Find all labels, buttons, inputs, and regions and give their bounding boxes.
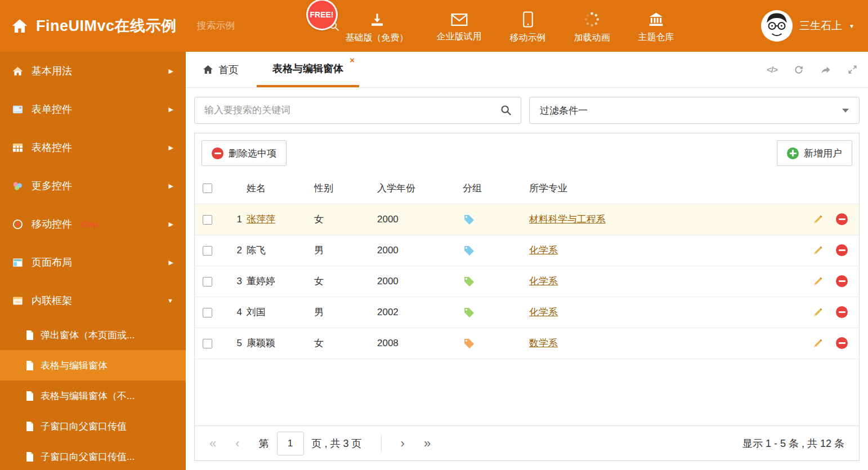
content-area: 首页 表格与编辑窗体 × </> — [186, 52, 868, 470]
delete-button[interactable] — [836, 244, 848, 256]
sidebar-item-form-controls[interactable]: 表单控件 ▶ — [0, 90, 186, 128]
delete-button[interactable] — [836, 275, 848, 287]
edit-button[interactable] — [812, 307, 824, 318]
gender-cell: 男 — [314, 235, 377, 266]
add-user-button[interactable]: 新增用户 — [777, 140, 852, 166]
mobile-icon — [522, 11, 534, 28]
page-number-input[interactable] — [277, 432, 304, 455]
row-checkbox[interactable] — [203, 308, 212, 317]
major-link[interactable]: 材料科学与工程系 — [529, 214, 606, 225]
signal-icon — [12, 219, 23, 230]
delete-button[interactable] — [836, 337, 848, 349]
nav-item-enterprise-trial[interactable]: 企业版试用 — [437, 0, 482, 52]
sidebar-subitem-child-to-parent[interactable]: 子窗口向父窗口传值 — [0, 411, 186, 441]
sidebar-subitem-grid-edit-window[interactable]: 表格与编辑窗体 — [0, 350, 186, 381]
delete-button[interactable] — [836, 213, 848, 225]
next-page-icon[interactable]: › — [401, 436, 405, 451]
row-checkbox[interactable] — [203, 246, 212, 256]
major-link[interactable]: 化学系 — [529, 276, 558, 287]
sidebar-item-inline-frame[interactable]: 内联框架 ▼ — [0, 281, 186, 320]
year-cell: 2002 — [377, 297, 463, 328]
major-link[interactable]: 化学系 — [529, 307, 558, 317]
page-label: 第 — [259, 437, 269, 450]
refresh-icon[interactable] — [793, 64, 804, 75]
button-label: 删除选中项 — [229, 147, 276, 160]
delete-button[interactable] — [836, 306, 848, 318]
edit-button[interactable] — [812, 338, 824, 349]
close-icon[interactable]: × — [350, 56, 355, 64]
sidebar-item-grid-controls[interactable]: 表格控件 ▶ — [0, 128, 186, 167]
grid-toolbar: 删除选中项 新增用户 — [195, 133, 859, 173]
nav-item-mobile-demo[interactable]: 移动示例 — [510, 0, 546, 52]
filter-dropdown[interactable]: 过滤条件一 — [529, 97, 860, 124]
column-header-group: 分组 — [463, 173, 529, 204]
table-icon — [12, 142, 23, 153]
file-icon — [26, 452, 34, 462]
chevron-right-icon: ▶ — [169, 68, 173, 75]
tab-label: 首页 — [218, 63, 239, 77]
nav-item-theme-repo[interactable]: 主题仓库 — [638, 0, 674, 52]
tab-actions: </> — [767, 64, 858, 75]
tag-icon — [463, 245, 474, 256]
sidebar-subitem-popup-window[interactable]: 弹出窗体（本页面或... — [0, 320, 186, 350]
sidebar-item-label: 移动控件 — [32, 217, 72, 231]
brand[interactable]: FineUIMvc在线示例 — [11, 16, 177, 36]
sidebar-item-page-layout[interactable]: 页面布局 ▶ — [0, 243, 186, 281]
major-link[interactable]: 化学系 — [529, 245, 558, 256]
chevron-right-icon: ▶ — [169, 259, 173, 266]
student-name: 董婷婷 — [247, 276, 275, 287]
header-search-input[interactable] — [196, 20, 323, 32]
student-name: 刘国 — [247, 307, 266, 317]
edit-button[interactable] — [812, 245, 824, 256]
row-checkbox[interactable] — [203, 339, 212, 348]
major-link[interactable]: 数学系 — [529, 338, 558, 348]
first-page-icon[interactable]: « — [209, 436, 216, 451]
tag-icon — [463, 214, 474, 225]
tab-home[interactable]: 首页 — [194, 52, 248, 87]
top-nav: FREE! 基础版（免费） 企业版试用 移动示例 — [346, 0, 674, 52]
sidebar-subitem-label: 表格与编辑窗体（不... — [41, 390, 135, 402]
sidebar-item-more-controls[interactable]: 更多控件 ▶ — [0, 167, 186, 205]
keyword-search-box — [194, 97, 521, 124]
column-header-gender: 性别 — [314, 173, 377, 204]
student-name: 陈飞 — [247, 245, 266, 256]
row-checkbox[interactable] — [203, 277, 212, 287]
last-page-icon[interactable]: » — [424, 436, 431, 451]
home-icon — [11, 17, 28, 34]
search-icon[interactable] — [500, 104, 512, 117]
keyword-search-input[interactable] — [203, 104, 494, 117]
sidebar-subitem-grid-edit-window-2[interactable]: 表格与编辑窗体（不... — [0, 381, 186, 411]
download-icon — [369, 12, 385, 28]
code-icon[interactable]: </> — [767, 65, 777, 74]
frame-icon — [12, 296, 23, 306]
sidebar-subitem-child-to-parent-2[interactable]: 子窗口向父窗口传值... — [0, 441, 186, 470]
edit-button[interactable] — [812, 276, 824, 287]
form-icon — [12, 104, 23, 115]
sidebar-item-mobile-controls[interactable]: 移动控件 Corp. ▶ — [0, 205, 186, 243]
nav-item-basic-free[interactable]: FREE! 基础版（免费） — [346, 0, 409, 52]
table-row: 3 董婷婷 女 2000 化学系 — [195, 266, 859, 297]
file-icon — [26, 391, 34, 401]
caret-down-icon — [842, 109, 849, 113]
gender-cell: 女 — [314, 204, 377, 235]
delete-selected-button[interactable]: 删除选中项 — [202, 140, 287, 166]
column-header-year: 入学年份 — [377, 173, 463, 204]
share-icon[interactable] — [820, 64, 831, 75]
empty-space — [195, 359, 859, 426]
username: 三生石上 — [799, 19, 842, 33]
select-all-checkbox[interactable] — [203, 183, 212, 193]
mail-icon — [451, 13, 468, 26]
nav-item-loading-animation[interactable]: 加载动画 — [574, 0, 610, 52]
minus-circle-icon — [212, 147, 223, 159]
student-name-link[interactable]: 张萍萍 — [247, 214, 275, 225]
edit-button[interactable] — [812, 214, 824, 225]
row-checkbox[interactable] — [203, 215, 212, 225]
tab-grid-edit-window[interactable]: 表格与编辑窗体 × — [257, 52, 359, 87]
page-number-group: 第 页 , 共 3 页 — [259, 432, 362, 455]
nav-label: 主题仓库 — [638, 32, 674, 43]
user-menu[interactable]: 三生石上 ▼ — [761, 10, 854, 42]
expand-icon[interactable] — [847, 64, 858, 75]
file-icon — [26, 361, 34, 370]
prev-page-icon[interactable]: ‹ — [235, 436, 239, 451]
sidebar-item-basic-usage[interactable]: 基本用法 ▶ — [0, 52, 186, 90]
